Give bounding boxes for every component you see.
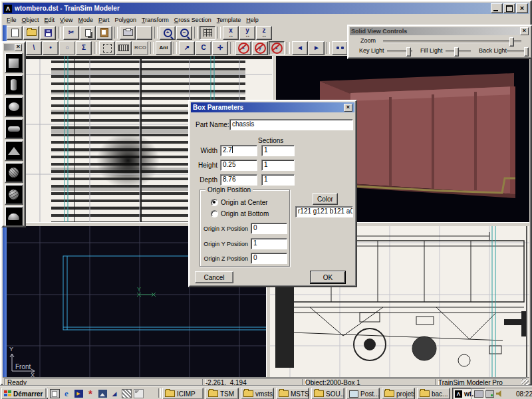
menu-view[interactable]: View — [57, 16, 75, 24]
x-axis-button[interactable]: x↔ — [223, 26, 239, 40]
task-icimp[interactable]: ICIMP — [162, 388, 203, 399]
start-button[interactable]: Démarrer — [1, 388, 48, 399]
key-light-slider[interactable] — [387, 50, 412, 53]
scheduler-tray-icon[interactable] — [485, 390, 494, 398]
width-input[interactable]: 2.7 — [220, 145, 257, 156]
pointer-quicklaunch-button[interactable]: ◢ — [109, 388, 120, 398]
menu-transform[interactable]: Transform — [139, 16, 172, 24]
menu-template[interactable]: Template — [214, 16, 244, 24]
cut-button[interactable]: ✂ — [63, 26, 79, 40]
depth-input[interactable]: 8.76 — [220, 174, 257, 186]
copy-button[interactable] — [80, 26, 96, 40]
menu-edit[interactable]: Edit — [42, 16, 58, 24]
zoom-slider-thumb[interactable] — [509, 37, 514, 47]
task-post[interactable]: Post... — [346, 388, 380, 399]
menu-cross-section[interactable]: Cross Section — [172, 16, 214, 24]
lock-y-button[interactable]: y — [252, 41, 268, 55]
animation-tool-button[interactable]: Ani — [156, 41, 172, 55]
fill-light-thumb[interactable] — [454, 47, 459, 57]
svc-close-button[interactable] — [520, 27, 529, 35]
show-desktop-quicklaunch-button[interactable] — [49, 388, 60, 398]
polyline-tool-button[interactable]: Σ — [76, 41, 92, 55]
mail-quicklaunch-button[interactable] — [133, 388, 144, 398]
ok-button[interactable]: OK — [311, 271, 345, 283]
cylinder-tool-button[interactable] — [5, 74, 23, 95]
box-tool-button[interactable] — [5, 53, 23, 73]
task-vmsts[interactable]: vmsts — [241, 388, 274, 399]
height-input[interactable]: 0.25 — [220, 160, 257, 171]
origin-z-input[interactable]: 0 — [251, 253, 287, 264]
media-player-quicklaunch-button[interactable]: ▶ — [73, 388, 84, 398]
maximize-button[interactable] — [503, 3, 515, 13]
origin-at-center-radio[interactable]: Origin at Center — [211, 198, 268, 206]
measure-tool-button[interactable] — [116, 41, 132, 55]
origin-y-input[interactable]: 1 — [251, 238, 287, 249]
imaging-quicklaunch-button[interactable] — [97, 388, 108, 398]
geosphere-tool-button[interactable] — [5, 162, 23, 183]
dialog-close-button[interactable] — [344, 104, 352, 112]
internet-explorer-quicklaunch-button[interactable]: e — [61, 388, 72, 398]
y-axis-button[interactable]: y↔ — [239, 26, 255, 40]
open-file-button[interactable] — [23, 26, 39, 40]
save-file-button[interactable] — [40, 26, 56, 40]
width-sections-input[interactable]: 1 — [261, 145, 295, 156]
prev-part-button[interactable]: ◄ — [292, 41, 308, 55]
speaker-tray-icon[interactable] — [496, 390, 503, 397]
grid-toggle-button[interactable] — [200, 26, 215, 40]
task-sou[interactable]: SOU... — [311, 388, 344, 399]
menu-file[interactable]: File — [4, 16, 19, 24]
clock[interactable]: 08:22 — [516, 390, 532, 398]
dialog-titlebar[interactable]: Box Parameters — [191, 102, 354, 112]
task-bac[interactable]: bac... — [417, 388, 450, 399]
task-projets[interactable]: projets — [382, 388, 415, 399]
cancel-button[interactable]: Cancel — [195, 271, 233, 283]
menu-part[interactable]: Part — [96, 16, 112, 24]
menu-polygon[interactable]: Polygon — [112, 16, 140, 24]
select-tool-button[interactable] — [99, 41, 115, 55]
minimize-button[interactable] — [491, 3, 503, 13]
task-tsm[interactable]: TSM — [205, 388, 239, 399]
color-button[interactable]: Color — [313, 193, 338, 205]
zoom-out-button[interactable] — [176, 26, 192, 40]
window-titlebar[interactable]: Λ wtombero.dst - TrainSim Modeler — [3, 3, 529, 14]
palette-close-button[interactable] — [15, 44, 22, 51]
palette-titlebar[interactable] — [4, 44, 23, 51]
lock-x-button[interactable]: x — [235, 41, 251, 55]
back-light-slider[interactable] — [507, 50, 527, 53]
hemisphere-tool-button[interactable] — [5, 206, 23, 227]
menu-help[interactable]: Help — [243, 16, 261, 24]
task-msts[interactable]: MSTS — [276, 388, 309, 399]
menu-object[interactable]: Object — [19, 16, 42, 24]
point-tool-button[interactable]: • — [43, 41, 59, 55]
pattern-quicklaunch-button[interactable] — [121, 388, 132, 398]
part-name-input[interactable]: chassis — [229, 119, 353, 130]
capsule-tool-button[interactable] — [5, 118, 23, 139]
print-button[interactable] — [120, 26, 136, 40]
menu-mode[interactable]: Mode — [75, 16, 96, 24]
cone-tool-button[interactable] — [5, 140, 23, 161]
z-axis-button[interactable]: z↔ — [256, 26, 272, 40]
fill-light-slider[interactable] — [446, 50, 471, 53]
zoom-in-button[interactable] — [160, 26, 176, 40]
line-tool-button[interactable]: \ — [26, 41, 42, 55]
paste-button[interactable] — [96, 26, 112, 40]
circle-tool-button[interactable]: ○ — [59, 41, 75, 55]
zoom-slider[interactable] — [383, 40, 521, 43]
rco-tool-button[interactable]: RCO — [132, 41, 148, 55]
sphere-tool-button[interactable] — [5, 96, 23, 117]
help-topics-button[interactable] — [136, 26, 152, 40]
geosphere-low-tool-button[interactable] — [5, 184, 23, 205]
rotate-tool-button[interactable]: C — [196, 41, 211, 55]
next-part-button[interactable]: ► — [309, 41, 325, 55]
height-sections-input[interactable]: 1 — [261, 160, 295, 171]
svc-titlebar[interactable]: Solid View Controls — [350, 27, 530, 35]
close-button[interactable] — [516, 3, 528, 13]
origin-x-input[interactable]: 0 — [251, 223, 287, 234]
new-document-button[interactable] — [7, 26, 23, 40]
back-light-thumb[interactable] — [524, 47, 529, 57]
devices-tray-icon[interactable] — [474, 390, 483, 398]
key-light-thumb[interactable] — [406, 47, 411, 57]
scale-tool-button[interactable]: ✛ — [212, 41, 228, 55]
lock-z-button[interactable]: z — [269, 41, 285, 55]
move-tool-button[interactable]: ↗ — [179, 41, 195, 55]
